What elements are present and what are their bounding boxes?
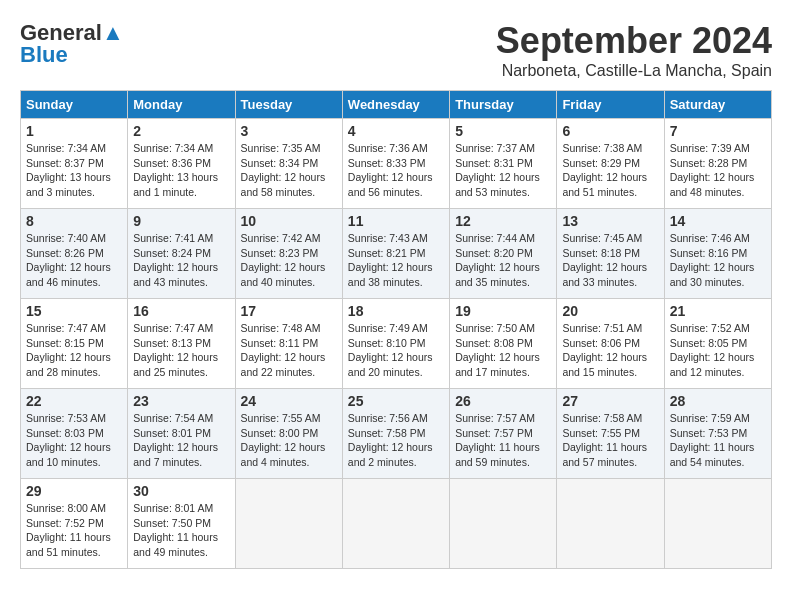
day-number: 9 (133, 213, 229, 229)
calendar-cell: 30Sunrise: 8:01 AMSunset: 7:50 PMDayligh… (128, 479, 235, 569)
day-number: 5 (455, 123, 551, 139)
calendar-table: SundayMondayTuesdayWednesdayThursdayFrid… (20, 90, 772, 569)
calendar-cell (450, 479, 557, 569)
day-number: 17 (241, 303, 337, 319)
day-number: 19 (455, 303, 551, 319)
day-number: 23 (133, 393, 229, 409)
day-number: 22 (26, 393, 122, 409)
calendar-cell (342, 479, 449, 569)
day-number: 29 (26, 483, 122, 499)
weekday-header-saturday: Saturday (664, 91, 771, 119)
day-number: 15 (26, 303, 122, 319)
calendar-cell: 14Sunrise: 7:46 AMSunset: 8:16 PMDayligh… (664, 209, 771, 299)
day-info: Sunrise: 7:43 AMSunset: 8:21 PMDaylight:… (348, 231, 444, 290)
calendar-cell: 5Sunrise: 7:37 AMSunset: 8:31 PMDaylight… (450, 119, 557, 209)
day-info: Sunrise: 7:42 AMSunset: 8:23 PMDaylight:… (241, 231, 337, 290)
day-info: Sunrise: 8:01 AMSunset: 7:50 PMDaylight:… (133, 501, 229, 560)
weekday-header-friday: Friday (557, 91, 664, 119)
day-info: Sunrise: 7:56 AMSunset: 7:58 PMDaylight:… (348, 411, 444, 470)
calendar-cell: 6Sunrise: 7:38 AMSunset: 8:29 PMDaylight… (557, 119, 664, 209)
calendar-cell: 26Sunrise: 7:57 AMSunset: 7:57 PMDayligh… (450, 389, 557, 479)
calendar-cell: 7Sunrise: 7:39 AMSunset: 8:28 PMDaylight… (664, 119, 771, 209)
logo-blue-text: Blue (20, 42, 68, 68)
calendar-cell: 23Sunrise: 7:54 AMSunset: 8:01 PMDayligh… (128, 389, 235, 479)
calendar-cell: 11Sunrise: 7:43 AMSunset: 8:21 PMDayligh… (342, 209, 449, 299)
day-info: Sunrise: 7:54 AMSunset: 8:01 PMDaylight:… (133, 411, 229, 470)
day-info: Sunrise: 7:57 AMSunset: 7:57 PMDaylight:… (455, 411, 551, 470)
title-section: September 2024 Narboneta, Castille-La Ma… (496, 20, 772, 80)
weekday-header-sunday: Sunday (21, 91, 128, 119)
day-info: Sunrise: 7:45 AMSunset: 8:18 PMDaylight:… (562, 231, 658, 290)
day-number: 6 (562, 123, 658, 139)
calendar-cell: 19Sunrise: 7:50 AMSunset: 8:08 PMDayligh… (450, 299, 557, 389)
weekday-header-wednesday: Wednesday (342, 91, 449, 119)
calendar-cell: 28Sunrise: 7:59 AMSunset: 7:53 PMDayligh… (664, 389, 771, 479)
day-info: Sunrise: 7:40 AMSunset: 8:26 PMDaylight:… (26, 231, 122, 290)
day-info: Sunrise: 7:34 AMSunset: 8:37 PMDaylight:… (26, 141, 122, 200)
day-number: 20 (562, 303, 658, 319)
day-number: 25 (348, 393, 444, 409)
day-info: Sunrise: 7:38 AMSunset: 8:29 PMDaylight:… (562, 141, 658, 200)
day-number: 2 (133, 123, 229, 139)
day-number: 13 (562, 213, 658, 229)
calendar-cell: 17Sunrise: 7:48 AMSunset: 8:11 PMDayligh… (235, 299, 342, 389)
day-number: 11 (348, 213, 444, 229)
calendar-week-row: 22Sunrise: 7:53 AMSunset: 8:03 PMDayligh… (21, 389, 772, 479)
day-info: Sunrise: 7:48 AMSunset: 8:11 PMDaylight:… (241, 321, 337, 380)
day-info: Sunrise: 8:00 AMSunset: 7:52 PMDaylight:… (26, 501, 122, 560)
logo: General▲ Blue (20, 20, 124, 68)
day-info: Sunrise: 7:34 AMSunset: 8:36 PMDaylight:… (133, 141, 229, 200)
calendar-cell: 9Sunrise: 7:41 AMSunset: 8:24 PMDaylight… (128, 209, 235, 299)
day-number: 16 (133, 303, 229, 319)
calendar-cell: 25Sunrise: 7:56 AMSunset: 7:58 PMDayligh… (342, 389, 449, 479)
day-info: Sunrise: 7:44 AMSunset: 8:20 PMDaylight:… (455, 231, 551, 290)
day-info: Sunrise: 7:47 AMSunset: 8:15 PMDaylight:… (26, 321, 122, 380)
day-number: 14 (670, 213, 766, 229)
calendar-cell: 2Sunrise: 7:34 AMSunset: 8:36 PMDaylight… (128, 119, 235, 209)
calendar-cell: 16Sunrise: 7:47 AMSunset: 8:13 PMDayligh… (128, 299, 235, 389)
calendar-cell: 4Sunrise: 7:36 AMSunset: 8:33 PMDaylight… (342, 119, 449, 209)
calendar-week-row: 1Sunrise: 7:34 AMSunset: 8:37 PMDaylight… (21, 119, 772, 209)
calendar-week-row: 8Sunrise: 7:40 AMSunset: 8:26 PMDaylight… (21, 209, 772, 299)
location-title: Narboneta, Castille-La Mancha, Spain (496, 62, 772, 80)
weekday-header-row: SundayMondayTuesdayWednesdayThursdayFrid… (21, 91, 772, 119)
day-number: 3 (241, 123, 337, 139)
day-number: 21 (670, 303, 766, 319)
day-number: 18 (348, 303, 444, 319)
day-number: 7 (670, 123, 766, 139)
day-info: Sunrise: 7:53 AMSunset: 8:03 PMDaylight:… (26, 411, 122, 470)
calendar-cell: 27Sunrise: 7:58 AMSunset: 7:55 PMDayligh… (557, 389, 664, 479)
day-info: Sunrise: 7:55 AMSunset: 8:00 PMDaylight:… (241, 411, 337, 470)
day-number: 1 (26, 123, 122, 139)
day-info: Sunrise: 7:52 AMSunset: 8:05 PMDaylight:… (670, 321, 766, 380)
calendar-week-row: 15Sunrise: 7:47 AMSunset: 8:15 PMDayligh… (21, 299, 772, 389)
day-info: Sunrise: 7:49 AMSunset: 8:10 PMDaylight:… (348, 321, 444, 380)
calendar-cell: 1Sunrise: 7:34 AMSunset: 8:37 PMDaylight… (21, 119, 128, 209)
day-info: Sunrise: 7:46 AMSunset: 8:16 PMDaylight:… (670, 231, 766, 290)
calendar-cell: 8Sunrise: 7:40 AMSunset: 8:26 PMDaylight… (21, 209, 128, 299)
calendar-week-row: 29Sunrise: 8:00 AMSunset: 7:52 PMDayligh… (21, 479, 772, 569)
day-info: Sunrise: 7:50 AMSunset: 8:08 PMDaylight:… (455, 321, 551, 380)
calendar-cell (664, 479, 771, 569)
day-number: 12 (455, 213, 551, 229)
page-header: General▲ Blue September 2024 Narboneta, … (20, 20, 772, 80)
day-number: 4 (348, 123, 444, 139)
day-info: Sunrise: 7:51 AMSunset: 8:06 PMDaylight:… (562, 321, 658, 380)
calendar-cell: 13Sunrise: 7:45 AMSunset: 8:18 PMDayligh… (557, 209, 664, 299)
day-info: Sunrise: 7:58 AMSunset: 7:55 PMDaylight:… (562, 411, 658, 470)
day-info: Sunrise: 7:59 AMSunset: 7:53 PMDaylight:… (670, 411, 766, 470)
day-number: 28 (670, 393, 766, 409)
calendar-cell: 29Sunrise: 8:00 AMSunset: 7:52 PMDayligh… (21, 479, 128, 569)
calendar-cell: 18Sunrise: 7:49 AMSunset: 8:10 PMDayligh… (342, 299, 449, 389)
day-info: Sunrise: 7:35 AMSunset: 8:34 PMDaylight:… (241, 141, 337, 200)
calendar-cell: 24Sunrise: 7:55 AMSunset: 8:00 PMDayligh… (235, 389, 342, 479)
calendar-cell: 12Sunrise: 7:44 AMSunset: 8:20 PMDayligh… (450, 209, 557, 299)
day-number: 27 (562, 393, 658, 409)
weekday-header-tuesday: Tuesday (235, 91, 342, 119)
calendar-cell: 22Sunrise: 7:53 AMSunset: 8:03 PMDayligh… (21, 389, 128, 479)
weekday-header-monday: Monday (128, 91, 235, 119)
calendar-cell: 21Sunrise: 7:52 AMSunset: 8:05 PMDayligh… (664, 299, 771, 389)
calendar-cell (557, 479, 664, 569)
day-number: 8 (26, 213, 122, 229)
calendar-cell: 15Sunrise: 7:47 AMSunset: 8:15 PMDayligh… (21, 299, 128, 389)
